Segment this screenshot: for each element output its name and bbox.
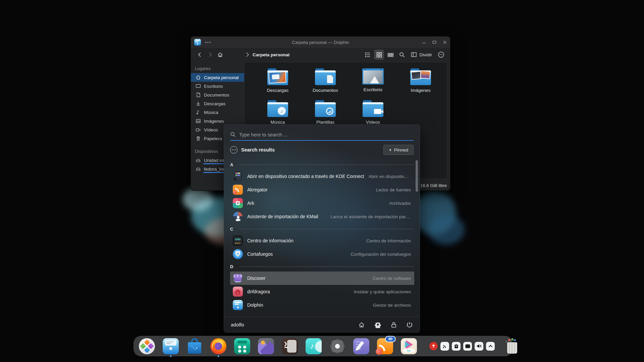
video-camera-icon xyxy=(196,127,201,132)
unread-count-badge: 80 xyxy=(385,336,396,342)
dock-akregator-icon[interactable]: 80 xyxy=(377,338,393,354)
clipboard-tray-icon[interactable] xyxy=(452,342,461,351)
expand-tray-icon[interactable] xyxy=(486,342,495,351)
dnfdragora-icon: ↓ xyxy=(233,287,243,297)
home-button[interactable] xyxy=(358,321,365,328)
running-indicator xyxy=(170,355,172,357)
forward-button[interactable] xyxy=(205,50,215,60)
trash-icon[interactable] xyxy=(505,338,507,355)
music-note-icon xyxy=(196,110,201,115)
section-header-d: D xyxy=(230,263,414,270)
compact-view-button[interactable] xyxy=(385,50,395,60)
launcher-footer: adolfo xyxy=(224,317,420,332)
firewall-icon xyxy=(233,249,243,259)
dock-music-player-icon[interactable]: ♪ xyxy=(306,338,322,354)
folder-imagenes[interactable]: Imágenes xyxy=(397,68,444,93)
dock-fedora-launcher-icon[interactable] xyxy=(139,338,155,354)
split-view-button[interactable]: Dividir xyxy=(408,50,435,60)
volume-tray-icon[interactable] xyxy=(475,342,483,351)
folder-plantillas[interactable]: Plantillas xyxy=(302,100,349,125)
launcher-item-kmail-import[interactable]: Asistente de importación de KMail Lanza … xyxy=(230,210,414,223)
dock-app-store-icon[interactable]: ⋱› xyxy=(186,338,203,354)
updates-tray-icon[interactable] xyxy=(429,342,438,350)
sidebar-item-carpeta-personal[interactable]: Carpeta personal xyxy=(191,73,244,82)
launcher-search[interactable] xyxy=(230,129,414,141)
document-icon xyxy=(196,92,201,98)
launcher-item-dnfdragora[interactable]: ↓ dnfdragora Instalar y quitar aplicacio… xyxy=(230,285,414,298)
free-space-label: 16.6 GiB libre xyxy=(420,183,447,188)
maximize-button[interactable] xyxy=(432,40,436,45)
disk-usage-bar xyxy=(203,163,224,164)
discover-icon xyxy=(233,273,243,283)
launcher-item-discover[interactable]: Discover Centro de software xyxy=(230,272,414,285)
dock-media-player-icon[interactable]: ◂ ▸ xyxy=(401,338,417,354)
dock-dolphin-icon[interactable] xyxy=(163,338,179,354)
launcher-item-info-center[interactable]: info Centro de información Centro de inf… xyxy=(230,234,414,247)
search-button[interactable] xyxy=(397,50,407,60)
folder-icon-imagenes xyxy=(410,68,431,85)
folder-icon-escritorio xyxy=(362,68,384,84)
running-indicator xyxy=(218,355,219,357)
breadcrumb-label: Carpeta personal xyxy=(253,52,289,57)
folder-escritorio[interactable]: Escritorio xyxy=(349,68,397,93)
launcher-item-firewall[interactable]: Cortafuegos Configuración del cortafuego… xyxy=(230,247,414,261)
pinned-button[interactable]: Pinned xyxy=(383,145,414,155)
sidebar-item-documentos[interactable]: Documentos xyxy=(191,90,244,99)
folder-descargas[interactable]: Descargas xyxy=(254,68,302,93)
desktop-icon xyxy=(196,83,201,89)
dolphin-titlebar[interactable]: ••• Carpeta personal — Dolphin xyxy=(191,37,450,48)
minimize-button[interactable] xyxy=(422,40,426,45)
sidebar-item-descargas[interactable]: Descargas xyxy=(191,99,244,108)
overflow-menu-button[interactable] xyxy=(436,50,446,60)
folder-icon-documentos xyxy=(315,68,336,85)
dock-system-settings-icon[interactable] xyxy=(329,338,345,354)
results-scrollbar[interactable] xyxy=(416,160,418,192)
places-header: Lugares xyxy=(191,65,244,73)
back-button[interactable] xyxy=(195,50,205,60)
breadcrumb[interactable]: Carpeta personal xyxy=(246,52,289,57)
dock-gallery-icon[interactable] xyxy=(258,338,274,354)
dock-firefox-icon[interactable] xyxy=(210,338,226,354)
dolphin-toolbar: Carpeta personal Dividir xyxy=(191,48,450,61)
folder-videos[interactable]: Vídeos xyxy=(349,100,397,125)
folder-icon-plantillas xyxy=(315,100,336,117)
image-icon xyxy=(196,118,201,124)
home-button[interactable] xyxy=(215,50,225,60)
launcher-item-ark[interactable]: Ark Archivador xyxy=(230,196,414,210)
search-input[interactable] xyxy=(239,132,414,137)
power-button[interactable] xyxy=(406,321,413,328)
breadcrumb-chevron-icon xyxy=(246,52,249,57)
split-view-label: Dividir xyxy=(419,52,432,57)
folder-documentos[interactable]: Documentos xyxy=(302,68,349,93)
folder-musica[interactable]: ♪ Música xyxy=(254,100,302,125)
dock-notes-icon[interactable] xyxy=(353,338,369,354)
akregator-icon xyxy=(233,185,243,195)
rss-tray-icon[interactable] xyxy=(440,342,449,351)
launcher-item-kde-connect[interactable]: Abrir en dispositivo conectado a través … xyxy=(230,170,414,183)
dock-calculator-icon[interactable] xyxy=(234,338,250,354)
trash-icon xyxy=(196,136,201,141)
search-results-title: Search results xyxy=(241,147,275,153)
dock: ⋱› ❯ ♪ 80 ◂ ▸ xyxy=(133,336,513,356)
ark-icon xyxy=(233,198,243,208)
folder-icon-musica: ♪ xyxy=(267,100,288,117)
launcher-item-akregator[interactable]: Akregator Lector de fuentes xyxy=(230,183,414,196)
close-button[interactable] xyxy=(442,40,447,45)
home-icon xyxy=(196,75,201,80)
search-results-icon xyxy=(230,146,237,154)
info-center-icon: info xyxy=(233,236,243,246)
sidebar-item-musica[interactable]: Música xyxy=(191,108,244,117)
window-title: Carpeta personal — Dolphin xyxy=(191,40,450,45)
lock-button[interactable] xyxy=(391,321,397,328)
icons-view-button[interactable] xyxy=(374,50,384,60)
settings-button[interactable] xyxy=(374,321,381,328)
sidebar-item-escritorio[interactable]: Escritorio xyxy=(191,82,244,90)
application-launcher: Search results Pinned A Abrir en disposi… xyxy=(224,124,420,333)
folder-icon-videos xyxy=(363,100,383,117)
disk-usage-bar xyxy=(203,172,224,173)
list-view-button[interactable] xyxy=(363,50,373,60)
desktop: ••• Carpeta personal — Dolphin Carpet xyxy=(0,0,644,362)
dock-konsole-icon[interactable]: ❯ xyxy=(282,338,298,354)
launcher-item-dolphin[interactable]: Dolphin Gestor de archivos xyxy=(230,298,414,312)
display-tray-icon[interactable] xyxy=(463,342,472,351)
